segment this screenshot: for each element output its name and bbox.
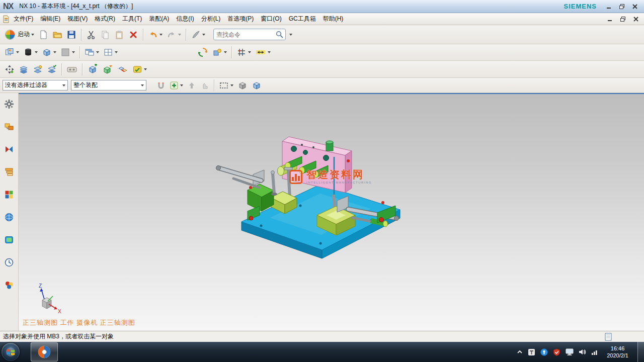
watermark-title: 智造资料网	[306, 169, 372, 179]
open-file-button[interactable]	[51, 29, 64, 41]
menu-item-information[interactable]: 信息(I)	[173, 13, 197, 25]
rotate-arrows-icon	[197, 47, 208, 58]
cut-button[interactable]	[85, 29, 98, 41]
check-clearance-button[interactable]	[131, 63, 148, 75]
new-file-icon	[38, 30, 48, 40]
style-brush-button[interactable]	[189, 29, 207, 41]
paste-clipboard-icon	[114, 30, 124, 40]
undo-button[interactable]	[146, 29, 164, 41]
facet-body-filter-button[interactable]	[250, 79, 263, 92]
marquee-select-button[interactable]	[217, 80, 235, 91]
command-search-input[interactable]	[215, 31, 275, 39]
nx-taskbar-button[interactable]	[31, 342, 58, 361]
window-cascade-button[interactable]	[83, 46, 101, 58]
chevron-down-icon	[230, 84, 233, 86]
start-button[interactable]	[2, 343, 20, 361]
add-component-button[interactable]	[86, 63, 100, 76]
move-component-button[interactable]	[3, 63, 16, 75]
chevron-down-icon	[35, 51, 38, 53]
orient-view-button[interactable]	[3, 46, 21, 58]
tray-volume-button[interactable]	[579, 348, 586, 355]
menu-item-edit[interactable]: 编辑(E)	[37, 13, 64, 25]
move-assembly-button[interactable]	[101, 63, 115, 76]
tray-help-button[interactable]	[540, 348, 548, 356]
shaded-display-button[interactable]	[22, 46, 39, 58]
materials-button[interactable]	[3, 279, 15, 291]
pan-rotate-button[interactable]	[196, 46, 210, 59]
rendering-style-button[interactable]	[40, 46, 58, 58]
cad-model-canvas[interactable]: Z X	[19, 94, 644, 331]
windows-flag-icon	[6, 347, 16, 356]
delete-button[interactable]	[127, 29, 140, 41]
menu-item-preferences[interactable]: 首选项(P)	[224, 13, 257, 25]
layer-category-button[interactable]	[45, 63, 58, 75]
history-button[interactable]	[3, 256, 15, 268]
menu-item-analysis[interactable]: 分析(L)	[198, 13, 224, 25]
new-file-button[interactable]	[37, 29, 50, 41]
selection-filter-dropdown[interactable]: 没有选择过滤器	[3, 80, 68, 90]
tray-security-button[interactable]	[553, 348, 560, 356]
restore-button[interactable]	[618, 3, 626, 10]
tray-display-button[interactable]	[566, 348, 574, 355]
background-button[interactable]	[59, 46, 76, 58]
taskbar-clock[interactable]: 16:46 2020/2/1	[607, 345, 628, 359]
layer-visible-button[interactable]	[31, 63, 44, 75]
information-button[interactable]	[65, 63, 79, 75]
menu-item-tools[interactable]: 工具(T)	[119, 13, 145, 25]
roles-button[interactable]	[3, 98, 15, 110]
axis-x-label: X	[58, 309, 61, 314]
measure-distance-button[interactable]	[254, 46, 272, 58]
menu-item-format[interactable]: 格式(R)	[91, 13, 119, 25]
materials-palette-icon	[4, 280, 14, 290]
3d-viewport[interactable]: Z X 智造资料网 INTELLIGENT MANUFACTURING 正三轴测…	[19, 93, 644, 331]
status-bar: 选择对象并使用 MB3，或者双击某一对象	[0, 331, 644, 342]
mdi-close-button[interactable]	[632, 16, 640, 23]
part-navigator-button[interactable]	[3, 166, 15, 178]
axis-z-label: Z	[39, 283, 42, 289]
show-desktop-button[interactable]	[637, 342, 644, 362]
reuse-library-button[interactable]	[3, 189, 15, 201]
menu-item-window[interactable]: 窗口(O)	[257, 13, 285, 25]
minimize-button[interactable]	[605, 3, 613, 10]
status-note-icon[interactable]	[605, 333, 612, 341]
layers-icon	[19, 64, 29, 74]
snap-point-button[interactable]	[235, 46, 253, 58]
tray-network-button[interactable]	[591, 349, 599, 355]
highlight-button[interactable]	[155, 80, 167, 91]
toolbar-separator	[214, 79, 214, 92]
select-parent-button[interactable]	[186, 80, 198, 91]
constraint-navigator-button[interactable]	[3, 143, 15, 155]
save-button[interactable]	[65, 29, 78, 41]
solid-body-filter-button[interactable]	[236, 79, 249, 92]
restore-icon	[619, 4, 624, 9]
selection-scope-dropdown[interactable]: 整个装配	[71, 80, 146, 90]
paste-button[interactable]	[113, 29, 126, 41]
assembly-navigator-button[interactable]	[3, 121, 15, 133]
search-options-button[interactable]	[286, 33, 294, 37]
selection-bar: 没有选择过滤器 整个装配	[0, 78, 644, 93]
previous-selection-button[interactable]	[199, 80, 211, 91]
start-menu-button[interactable]: 启动	[3, 28, 36, 41]
background-swatch-icon	[60, 47, 70, 57]
window-layout-button[interactable]	[102, 46, 119, 58]
menu-item-assembly[interactable]: 装配(A)	[145, 13, 173, 25]
menu-item-help[interactable]: 帮助(H)	[319, 13, 347, 25]
search-icon[interactable]	[275, 30, 284, 39]
redo-button[interactable]	[165, 29, 183, 41]
resource-bar	[0, 93, 19, 331]
close-button[interactable]	[631, 3, 639, 10]
assembly-constraints-button[interactable]	[116, 63, 130, 76]
layer-settings-button[interactable]	[17, 63, 30, 75]
copy-button[interactable]	[99, 29, 112, 41]
snap-toggle-button[interactable]	[168, 80, 185, 91]
show-hide-button[interactable]	[211, 46, 228, 58]
menu-item-file[interactable]: 文件(F)	[10, 13, 37, 25]
mdi-minimize-button[interactable]	[606, 16, 614, 23]
hd3d-tool-button[interactable]	[3, 234, 15, 246]
web-browser-button[interactable]	[3, 211, 15, 223]
menu-item-gc-toolbox[interactable]: GC工具箱	[285, 13, 319, 25]
mdi-restore-button[interactable]	[619, 16, 627, 23]
tray-expand-button[interactable]	[517, 349, 523, 354]
menu-item-view[interactable]: 视图(V)	[64, 13, 91, 25]
tray-ime-button[interactable]	[528, 348, 535, 356]
